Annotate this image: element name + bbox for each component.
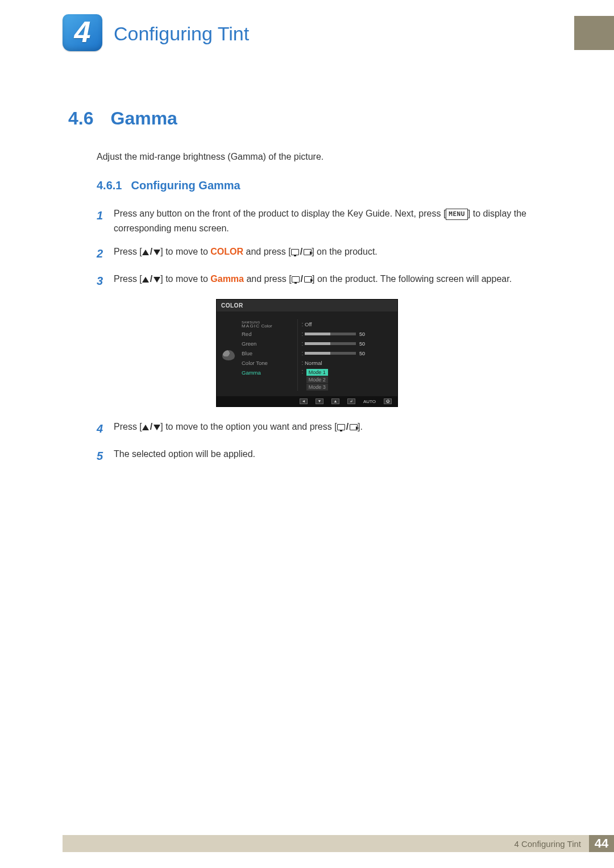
- footer-bar: 4 Configuring Tint: [63, 835, 589, 852]
- text: Press any button on the front of the pro…: [114, 209, 446, 218]
- chapter-title: Configuring Tint: [114, 23, 249, 45]
- osd-label: Blue: [242, 350, 292, 356]
- osd-title: COLOR: [217, 300, 397, 312]
- osd-item-magic: SAMSUNG MAGIC Color: [242, 319, 292, 329]
- down-arrow-icon: [154, 277, 160, 283]
- osd-footer: ◄ ▼ ▲ ↲ AUTO ⏻: [217, 396, 397, 406]
- slider-bar: [305, 342, 356, 345]
- osd-values: :Off :50 :50 :50 :Normal : Mode 1 Mode 2…: [297, 319, 393, 391]
- step-number: 4: [97, 420, 114, 438]
- osd-label: SAMSUNG MAGIC Color: [242, 321, 292, 329]
- osd-label: Red: [242, 331, 292, 337]
- osd-value: Normal: [305, 360, 322, 366]
- osd-value: 50: [359, 351, 365, 356]
- step-number: 1: [97, 206, 114, 235]
- osd-value: 50: [359, 341, 365, 347]
- chapter-tab: 4: [63, 14, 102, 51]
- section-number: 4.6: [68, 108, 93, 128]
- osd-nav-icon: ↲: [347, 398, 355, 404]
- monitor-icon: [337, 424, 345, 430]
- step-text: Press [/] to move to COLOR and press [/]…: [114, 244, 546, 263]
- enter-icon: [304, 249, 312, 255]
- step-text: Press any button on the front of the pro…: [114, 206, 546, 235]
- section-intro: Adjust the mid-range brightness (Gamma) …: [97, 152, 546, 162]
- osd-power-icon: ⏻: [384, 398, 392, 404]
- steps-list: 1 Press any button on the front of the p…: [97, 206, 546, 290]
- subsection-number: 4.6.1: [97, 179, 122, 192]
- osd-value: 50: [359, 331, 365, 337]
- osd-value-row: :50: [300, 339, 393, 348]
- text: ] to move to: [160, 274, 210, 284]
- text: MAGIC: [242, 323, 260, 329]
- step: 3 Press [/] to move to Gamma and press […: [97, 272, 546, 290]
- step-text: The selected option will be applied.: [114, 447, 546, 465]
- osd-value-row: :50: [300, 348, 393, 358]
- osd-option: Mode 2: [306, 376, 328, 383]
- up-arrow-icon: [142, 277, 149, 283]
- monitor-icon: [291, 249, 299, 255]
- osd-item-colortone: Color Tone: [242, 358, 292, 368]
- text: Color: [260, 323, 272, 329]
- highlight-color: COLOR: [210, 247, 243, 256]
- osd-value: Off: [305, 321, 312, 327]
- down-arrow-icon: [154, 250, 160, 255]
- step-number: 2: [97, 244, 114, 263]
- section-body: 4.6Gamma Adjust the mid-range brightness…: [68, 108, 546, 465]
- up-arrow-icon: [142, 250, 149, 255]
- osd-item-blue: Blue: [242, 348, 292, 358]
- page-number: 44: [589, 835, 614, 852]
- footer-text: 4 Configuring Tint: [514, 839, 581, 849]
- page-header: 4 Configuring Tint: [0, 0, 614, 63]
- osd-option: Mode 3: [306, 384, 328, 391]
- section-title: Gamma: [110, 108, 177, 128]
- text: Press [: [114, 422, 142, 431]
- osd-nav-icon: ◄: [300, 398, 308, 404]
- text: ] to move to the option you want and pre…: [160, 422, 337, 431]
- slider-bar: [305, 333, 356, 335]
- step-number: 5: [97, 447, 114, 465]
- monitor-icon: [292, 276, 300, 283]
- menu-button-icon: MENU: [446, 209, 468, 220]
- osd-auto: AUTO: [363, 399, 376, 404]
- section-heading: 4.6Gamma: [68, 108, 546, 129]
- step: 2 Press [/] to move to COLOR and press […: [97, 244, 546, 263]
- steps-list-cont: 4 Press [/] to move to the option you wa…: [97, 420, 546, 465]
- text: Press [: [114, 274, 142, 284]
- text: ] to move to: [160, 247, 210, 256]
- chapter-number: 4: [74, 15, 91, 49]
- separator: /: [300, 274, 304, 284]
- step-text: Press [/] to move to Gamma and press [/]…: [114, 272, 546, 290]
- separator: /: [149, 274, 154, 284]
- step: 1 Press any button on the front of the p…: [97, 206, 546, 235]
- osd-icon-column: [221, 319, 236, 391]
- text: Press [: [114, 247, 142, 256]
- text: and press [: [243, 247, 291, 256]
- osd-value-row: :50: [300, 329, 393, 339]
- enter-icon: [304, 276, 312, 283]
- osd-menu: SAMSUNG MAGIC Color Red Green Blue Color…: [242, 319, 292, 391]
- separator: /: [149, 422, 154, 431]
- enter-icon: [350, 424, 358, 430]
- osd-option-selected: Mode 1: [306, 369, 328, 376]
- text: ] on the product.: [312, 247, 377, 256]
- text: and press [: [244, 274, 292, 284]
- separator: /: [149, 247, 154, 256]
- step-number: 3: [97, 272, 114, 290]
- osd-item-red: Red: [242, 329, 292, 339]
- osd-label: Gamma: [242, 369, 292, 376]
- osd-dropdown: : Mode 1 Mode 2 Mode 3: [300, 368, 393, 391]
- highlight-gamma: Gamma: [210, 274, 244, 284]
- osd-item-gamma: Gamma: [242, 368, 292, 377]
- page-footer: 4 Configuring Tint 44: [0, 835, 614, 852]
- step-text: Press [/] to move to the option you want…: [114, 420, 546, 438]
- separator: /: [299, 247, 304, 256]
- palette-icon: [222, 350, 235, 360]
- osd-body: SAMSUNG MAGIC Color Red Green Blue Color…: [217, 312, 397, 396]
- text: ] on the product. The following screen w…: [312, 274, 512, 284]
- osd-nav-icon: ▲: [331, 398, 339, 404]
- down-arrow-icon: [154, 425, 160, 430]
- osd-nav-icon: ▼: [316, 398, 323, 404]
- separator: /: [345, 422, 350, 431]
- osd-value-row: :Normal: [300, 358, 393, 368]
- step: 5 The selected option will be applied.: [97, 447, 546, 465]
